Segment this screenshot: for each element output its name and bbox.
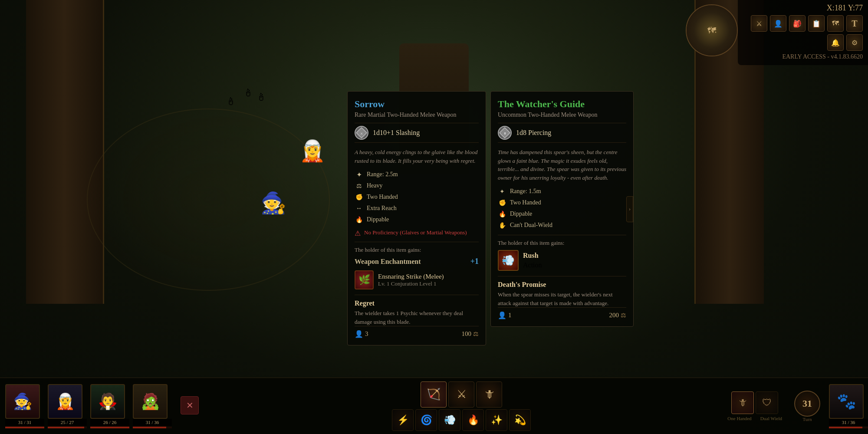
watchers-rush-icon: 💨 <box>498 250 519 271</box>
version-text: EARLY ACCESS - v4.1.83.6620 <box>743 53 863 60</box>
weapon-labels: One Handed Dual Wield <box>727 416 782 421</box>
sorrow-stat-twohanded: ✊ Two Handed <box>355 193 479 201</box>
sorrow-passive-name: Regret <box>355 299 479 307</box>
portrait-1[interactable]: 🧙 31 / 31 <box>5 384 44 428</box>
sub-slot-2[interactable]: 🌀 <box>415 409 437 431</box>
portrait-4[interactable]: 🧟 31 / 36 <box>133 384 172 428</box>
portrait-hp-companion: 31 / 36 <box>829 419 868 426</box>
watchers-rush-row: 💨 Rush Action <box>498 250 626 271</box>
portrait-img-4: 🧟 <box>133 384 168 419</box>
hud-icon-character[interactable]: 👤 <box>770 15 786 32</box>
item-name-sorrow: Sorrow <box>355 99 479 110</box>
watchers-range-icon: ✦ <box>498 187 506 196</box>
portrait-2[interactable]: 🧝 25 / 27 <box>48 384 87 428</box>
weapon-slots: 🗡 🛡 <box>731 391 778 414</box>
sorrow-spell-row: 🌿 Ensnaring Strike (Melee) Lv. 1 Conjura… <box>355 270 479 289</box>
watchers-description: Time has dampened this spear's sheen, bu… <box>498 148 626 182</box>
hud-icon-journal[interactable]: 📋 <box>808 15 825 32</box>
sorrow-spell-name: Ensnaring Strike (Melee) <box>378 273 444 280</box>
tooltip-sorrow: Sorrow Rare Martial Two-Handed Melee Wea… <box>347 91 486 345</box>
portrait-hp-1: 31 / 31 <box>5 419 44 426</box>
action-slot-2-icon: ⚔ <box>457 388 467 401</box>
hud-icon-map[interactable]: 🗺 <box>827 15 844 32</box>
sorrow-stats: ✦ Range: 2.5m ⚖ Heavy ✊ Two Handed ↔ Ext… <box>355 170 479 224</box>
watchers-stat-dippable: 🔥 Dippable <box>498 210 626 218</box>
hud-icon-bag[interactable]: 🎒 <box>789 15 806 32</box>
watchers-stat-nodual-text: Can't Dual-Wield <box>510 222 552 229</box>
dippable-icon: 🔥 <box>355 215 363 224</box>
minimap[interactable]: 🗺 <box>686 4 738 56</box>
sorrow-stat-extra-reach: ↔ Extra Reach <box>355 204 479 213</box>
collapse-handle[interactable]: › <box>626 196 633 222</box>
sub-slot-1[interactable]: ⚡ <box>392 409 414 431</box>
sorrow-divider-2 <box>355 295 479 295</box>
portraits-section: 🧙 31 / 31 🧝 25 / 27 🧛 26 / 26 🧟 31 / 36 <box>0 381 177 432</box>
cancel-area: ✕ <box>177 396 202 416</box>
sorrow-spell-info: Ensnaring Strike (Melee) Lv. 1 Conjurati… <box>378 273 444 287</box>
cancel-button[interactable]: ✕ <box>181 396 199 414</box>
action-slots-primary: 🏹 ⚔ 🗡 <box>421 381 502 408</box>
portrait-img-companion: 🐾 <box>829 384 864 419</box>
watchers-stat-twohanded-text: Two Handed <box>510 199 541 206</box>
sorrow-spell-icon: 🌿 <box>355 270 374 289</box>
sorrow-holder-text: The holder of this item gains: <box>355 247 479 253</box>
weapon-slot-2[interactable]: 🛡 <box>756 391 778 414</box>
watchers-stat-dippable-text: Dippable <box>510 210 532 217</box>
sorrow-warning: ⚠ No Proficiency (Glaives or Martial Wea… <box>355 229 479 237</box>
portrait-bar-fill-2 <box>48 427 84 428</box>
sub-slot-5[interactable]: ✨ <box>486 409 507 431</box>
portrait-companion[interactable]: 🐾 31 / 36 <box>829 384 868 428</box>
warning-icon: ⚠ <box>355 229 361 237</box>
watchers-weight-val: 200 <box>609 312 619 319</box>
watchers-stat-range-text: Range: 1.5m <box>510 188 541 195</box>
portrait-img-1: 🧙 <box>5 384 40 419</box>
hud-icon-T[interactable]: T <box>846 15 863 32</box>
sub-slot-6[interactable]: 💫 <box>509 409 531 431</box>
watchers-divider-1 <box>498 235 626 235</box>
sorrow-spell-detail: Lv. 1 Conjuration Level 1 <box>378 280 444 287</box>
portrait-bar-1 <box>5 427 44 428</box>
watchers-ability-name: Rush <box>523 252 542 260</box>
action-slot-2[interactable]: ⚔ <box>448 381 474 408</box>
one-handed-label: One Handed <box>727 416 751 421</box>
item-type-sorrow: Rare Martial Two-Handed Melee Weapon <box>355 112 479 118</box>
sorrow-stat-heavy: ⚖ Heavy <box>355 181 479 190</box>
portrait-bar-4 <box>133 427 172 428</box>
portrait-bar-fill-companion <box>829 427 862 428</box>
sorrow-weight-val: 100 <box>462 330 472 338</box>
sorrow-weight: 100 ⚖ <box>462 330 479 338</box>
character-figure-1: 🧝 <box>299 139 326 163</box>
watchers-nodual-icon: ✋ <box>498 221 506 230</box>
portrait-bar-fill-3 <box>90 427 129 428</box>
hud-icon-settings[interactable]: ⚙ <box>846 34 863 51</box>
hud-icon-bell[interactable]: 🔔 <box>827 34 844 51</box>
svg-text:⚔: ⚔ <box>360 132 363 135</box>
portrait-hp-4: 31 / 36 <box>133 419 172 426</box>
action-slots-secondary: ⚡ 🌀 💨 🔥 ✨ 💫 <box>392 409 531 431</box>
watchers-gold-icon: 👤 <box>498 311 506 319</box>
sorrow-weight-icon: ⚖ <box>473 330 479 338</box>
sorrow-passive-desc: The wielder takes 1 Psychic whenever the… <box>355 309 479 326</box>
floor-circle <box>87 108 330 291</box>
sorrow-stat-range-text: Range: 2.5m <box>367 171 398 178</box>
portrait-bar-fill-1 <box>5 427 44 428</box>
hud-icon-sword[interactable]: ⚔ <box>751 15 767 32</box>
watchers-stat-range: ✦ Range: 1.5m <box>498 187 626 196</box>
item-type-watchers: Uncommon Two-Handed Melee Weapon <box>498 112 626 118</box>
portrait-3[interactable]: 🧛 26 / 26 <box>90 384 129 428</box>
extra-reach-icon: ↔ <box>355 204 363 213</box>
sub-slot-3[interactable]: 💨 <box>439 409 460 431</box>
action-slot-3[interactable]: 🗡 <box>476 381 502 408</box>
portrait-bar-3 <box>90 427 129 428</box>
sorrow-damage-icon: ⚔ <box>355 126 368 140</box>
sorrow-gold: 👤 3 <box>355 330 368 338</box>
sorrow-description: A heavy, cold energy clings to the glaiv… <box>355 148 479 165</box>
character-figure-2: 🧙 <box>260 191 286 215</box>
turn-counter: 31 <box>794 391 820 417</box>
sub-slot-4[interactable]: 🔥 <box>462 409 484 431</box>
weapon-slot-1[interactable]: 🗡 <box>731 391 754 414</box>
watchers-stat-nodual: ✋ Can't Dual-Wield <box>498 221 626 230</box>
action-slot-1[interactable]: 🏹 <box>421 381 447 408</box>
sorrow-stat-dippable: 🔥 Dippable <box>355 215 479 224</box>
watchers-damage-text: 1d8 Piercing <box>516 129 551 137</box>
